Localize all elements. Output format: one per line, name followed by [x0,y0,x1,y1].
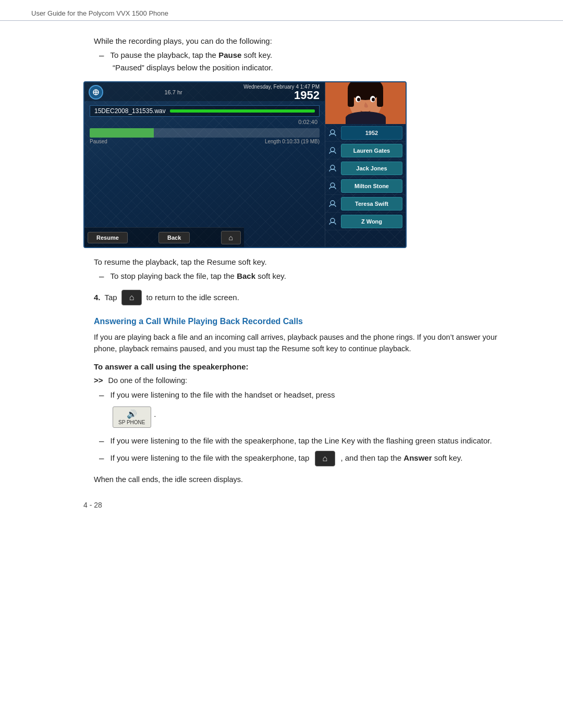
playback-fill [90,128,154,138]
speaker-icon: 🔊 [127,409,137,419]
end-text: When the call ends, the idle screen disp… [94,474,521,485]
step-4-number: 4. [94,293,101,302]
subsection-heading: To answer a call using the speakerphone: [94,362,521,371]
svg-point-9 [357,98,360,102]
do-one-text: >> Do one of the following: [94,374,521,386]
stop-dash-icon: – [99,272,104,282]
paused-note: “Paused” displays below the position ind… [113,63,521,72]
bullet-speakerphone: – If you were listening to the file with… [99,436,521,447]
step-4-text-after: to return to the idle screen. [146,293,239,302]
contact-item-lauren: Lauren Gates [325,142,406,159]
bullet-pause: – To pause the playback, tap the Pause s… [99,51,521,61]
topbar-right: Wednesday, February 4 1:47 PM 1952 [243,84,320,101]
svg-point-15 [331,183,335,187]
main-content: While the recording plays, you can do th… [0,21,563,506]
contact-item-1952: 1952 [325,124,406,142]
header-text: User Guide for the Polycom VVX 1500 Phon… [31,9,168,17]
contact-item-milton: Milton Stone [325,177,406,195]
avatar-section [325,82,406,124]
contact-name-teresa[interactable]: Teresa Swift [341,197,402,211]
line-icon-jack [325,159,340,177]
double-arrow-icon: >> [94,376,103,385]
playback-timestamp: 0:02:40 [84,119,325,125]
intro-text: While the recording plays, you can do th… [94,36,521,45]
svg-rect-6 [377,89,383,107]
page-header: User Guide for the Polycom VVX 1500 Phon… [0,0,563,21]
step-4-text-before: Tap [105,293,117,302]
period-after-sp: . [154,410,156,418]
phone-connection-icon [89,85,103,100]
contact-item-teresa: Teresa Swift [325,195,406,213]
contact-item-wong: Z Wong [325,213,406,230]
stop-text: To stop playing back the file, tap the B… [110,272,286,280]
pause-text: To pause the playback, tap the Pause sof… [110,51,272,59]
line-icon-milton [325,177,340,194]
section-heading: Answering a Call While Playing Back Reco… [94,317,521,326]
answer-home-button: ⌂ [315,451,336,466]
line-icon-lauren [325,142,340,159]
playback-area: Paused Length 0:10:33 (19 MB) [90,128,320,144]
line-icon-1952 [325,124,340,141]
contact-item-jack: Jack Jones [325,159,406,177]
playback-status: Paused [90,139,107,144]
bullet2-dash: – [99,436,104,447]
svg-point-10 [372,98,375,102]
bullet2-text: If you were listening to the file with t… [110,436,492,445]
bullet-handset: – If you were listening to the file with… [99,390,521,401]
bullet3-dash: – [99,453,104,464]
svg-point-13 [331,147,335,152]
svg-rect-5 [348,89,354,107]
filename-bar: 15DEC2008_131535.wav [90,105,320,117]
contact-name-milton[interactable]: Milton Stone [341,179,402,193]
contact-name-lauren[interactable]: Lauren Gates [341,144,402,157]
home-softkey[interactable]: ⌂ [221,231,241,244]
playback-length: Length 0:10:33 (19 MB) [265,139,320,144]
svg-point-16 [331,201,335,205]
bullet3-content: If you were listening to the file with t… [110,451,462,466]
phone-right-panel: 1952 Lauren Gates Jack Jones [325,82,406,247]
progress-bar-green [170,109,315,113]
contact-name-wong[interactable]: Z Wong [341,215,402,228]
svg-rect-11 [346,118,385,124]
topbar-time-left: 16.7 hr [164,89,182,95]
bullet1-text: If you were listening to the file with t… [110,390,335,399]
resume-softkey[interactable]: Resume [88,232,128,243]
phone-topbar: 16.7 hr Wednesday, February 4 1:47 PM 19… [84,82,325,101]
playback-track [90,128,320,138]
phone-screenshot: 16.7 hr Wednesday, February 4 1:47 PM 19… [83,81,407,248]
bullet1-dash: – [99,390,104,401]
line-icon-teresa [325,195,340,212]
avatar-image [325,82,406,124]
svg-point-14 [331,165,335,169]
svg-point-17 [331,218,335,223]
dash-icon: – [99,51,104,61]
contact-name-1952[interactable]: 1952 [341,126,402,140]
playback-labels: Paused Length 0:10:33 (19 MB) [90,139,320,144]
bullet-home-tap: – If you were listening to the file with… [99,451,521,466]
back-softkey[interactable]: Back [158,232,190,243]
contact-name-jack[interactable]: Jack Jones [341,162,402,175]
line-icon-wong [325,213,340,230]
bullet-stop: – To stop playing back the file, tap the… [99,272,521,282]
svg-point-12 [331,130,335,134]
sp-phone-label: SP PHONE [118,419,145,425]
page-number: 4 - 28 [52,501,563,509]
resume-text: To resume the playback, tap the Resume s… [94,257,521,266]
home-button-inline: ⌂ [121,290,142,305]
filename-text: 15DEC2008_131535.wav [94,107,166,115]
topbar-number: 1952 [243,90,320,101]
phone-softkeys: Resume Back ⌂ [84,227,244,247]
contact-list: 1952 Lauren Gates Jack Jones [325,124,406,247]
phone-left-panel: 16.7 hr Wednesday, February 4 1:47 PM 19… [84,82,325,247]
step-4-row: 4. Tap ⌂ to return to the idle screen. [94,290,521,305]
section-body: If you are playing back a file and an in… [94,331,521,355]
sp-phone-button: 🔊 SP PHONE [113,406,151,428]
